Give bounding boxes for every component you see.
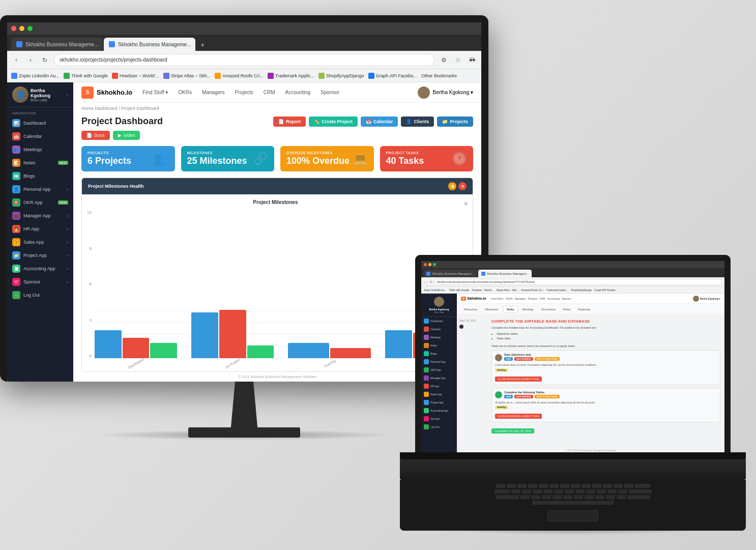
topnav-findstuff[interactable]: Find Stuff ▾ [138,88,172,97]
lp-nav-personal[interactable]: Personal App [421,358,457,366]
lp-topnav-accounting[interactable]: Accounting [547,297,560,300]
sidebar-item-dashboard[interactable]: 📊 Dashboard [7,117,73,130]
lp-topnav-projects[interactable]: Projects [528,297,537,300]
key[interactable] [496,484,505,488]
key[interactable] [574,495,583,499]
lp-nav-sales[interactable]: Sales App [421,390,457,398]
docs-button[interactable]: 📄 Docs [81,131,110,140]
lp-nav-blogs[interactable]: Blogs [421,350,457,358]
sidebar-item-notes[interactable]: 📝 Notes NEW [7,156,73,169]
key-enter[interactable] [629,489,652,494]
laptop-tab-1[interactable]: Skhokho Business Managem... [423,270,477,277]
subtask-2-close-btn[interactable]: CLOSE BOOKINGS AGAINST TASK [495,414,542,419]
bookmark-google[interactable]: Think with Google [64,73,108,79]
close-window-button[interactable] [11,26,16,31]
key[interactable] [571,484,580,488]
key[interactable] [563,495,572,499]
bookmark-amazed[interactable]: Amazed Roofs Cri... [215,73,264,79]
key[interactable] [549,484,559,488]
key[interactable] [606,495,615,499]
browser-tab-1[interactable]: Skhokho Business Manageme... × [11,38,103,51]
laptop-minimize-button[interactable] [428,263,431,266]
lp-bm-5[interactable]: Amazed Roofs Cri... [521,288,544,292]
video-button[interactable]: ▶ Video [113,131,140,140]
chart-ctrl-yellow[interactable]: ⚙ [448,182,456,190]
key-backspace[interactable] [635,484,650,488]
key[interactable] [586,489,595,494]
key[interactable] [522,489,531,494]
key[interactable] [507,484,516,488]
key[interactable] [575,489,585,494]
laptop-url-input[interactable]: skhokho.io/projects/projects/create-inno… [434,279,722,285]
laptop-tab-resources[interactable]: Resources [461,306,480,312]
key[interactable] [542,495,551,499]
sidebar-item-accounting-app[interactable]: 🧾 Accounting App › [7,262,73,275]
key-enter-2[interactable] [627,495,650,499]
laptop-touchpad[interactable] [547,510,598,522]
maximize-window-button[interactable] [27,26,33,31]
sidebar-item-hr-app[interactable]: 👩‍💼 HR App › [7,222,73,236]
sidebar-item-logout[interactable]: G Log Out [7,288,73,302]
lp-bm-8[interactable]: Graph API Facebo... [594,288,617,292]
key[interactable] [607,489,617,494]
topnav-sponsor[interactable]: Sponsor [316,88,343,97]
key[interactable] [531,495,540,499]
key[interactable] [528,484,537,488]
lp-bm-1[interactable]: Zopto LinkedIn Au... [424,288,446,292]
extensions-button[interactable]: ⚙ [439,55,449,65]
lp-nav-calendar[interactable]: Calendar [421,325,457,333]
new-tab-button[interactable]: + [196,39,209,51]
bookmark-howitzer[interactable]: Howitzer – World'... [112,73,159,79]
topnav-accounting[interactable]: Accounting [281,88,314,97]
key[interactable] [624,484,633,488]
lp-topnav-crm[interactable]: CRM [539,297,545,300]
key[interactable] [539,484,548,488]
bookmark-trademark[interactable]: Trademark Applic... [268,73,314,79]
lp-topnav-okrs[interactable]: OKRs [506,297,512,300]
bookmark-shopify[interactable]: ShopifyAppDjango [318,73,364,79]
laptop-tab-2[interactable]: Skhokho Business Managem... [478,270,532,277]
forward-button[interactable]: › [25,55,36,65]
lp-bm-3[interactable]: Howitzer – World'... [472,288,494,292]
lp-nav-sponsor[interactable]: Sponsor [421,415,457,423]
key[interactable] [618,489,627,494]
sidebar-item-meetings[interactable]: 👥 Meetings [7,143,73,156]
laptop-tab-meetings[interactable]: Meetings [519,306,537,312]
tab-close-1[interactable]: × [101,41,103,47]
url-input[interactable]: skhokho.io/projects/projects/projects-da… [54,54,434,66]
key[interactable] [553,495,562,499]
sidebar-item-sales-app[interactable]: 💰 Sales App › [7,236,73,249]
laptop-tab-documents[interactable]: Documents [538,306,559,312]
lp-nav-logout[interactable]: Log Out [421,423,457,431]
lp-topnav-findstuff[interactable]: Find Stuff ▾ [491,297,504,300]
key[interactable] [581,484,591,488]
laptop-refresh-btn[interactable]: ↻ [430,280,432,283]
bookmark-graph[interactable]: Graph API Facebo... [368,73,418,79]
laptop-close-button[interactable] [424,263,427,266]
create-project-button[interactable]: ✏️ Create Project [309,117,358,127]
lp-bm-7[interactable]: ShopifyAppDjango [571,288,592,292]
sidebar-item-okr-app[interactable]: 🎯 OKR App NEW [7,196,73,209]
topnav-okrs[interactable]: OKRs [174,88,196,97]
sidebar-item-personal-app[interactable]: 👤 Personal App › [7,183,73,196]
key[interactable] [614,484,623,488]
key[interactable] [543,489,553,494]
key[interactable] [617,495,626,499]
lp-nav-manager[interactable]: Manager App [421,374,457,382]
lp-nav-okr[interactable]: OKR App [421,366,457,374]
key[interactable] [533,489,542,494]
lp-nav-dashboard[interactable]: Dashboard [421,317,457,325]
laptop-maximize-button[interactable] [433,263,436,266]
sidebar-item-blogs[interactable]: 📰 Blogs [7,169,73,183]
key[interactable] [597,489,606,494]
laptop-tab-expenses[interactable]: Expenses [575,306,593,312]
lp-nav-project[interactable]: Project App [421,398,457,407]
report-button[interactable]: 📄 Report [273,117,306,127]
topnav-managers[interactable]: Managers [198,88,228,97]
lp-nav-notes[interactable]: Notes [421,341,457,350]
back-button[interactable]: ‹ [11,55,21,65]
key[interactable] [565,489,574,494]
lp-bm-2[interactable]: Think with Google [449,288,469,292]
key-tab[interactable] [495,489,510,494]
chart-ctrl-red[interactable]: ✕ [458,182,467,190]
